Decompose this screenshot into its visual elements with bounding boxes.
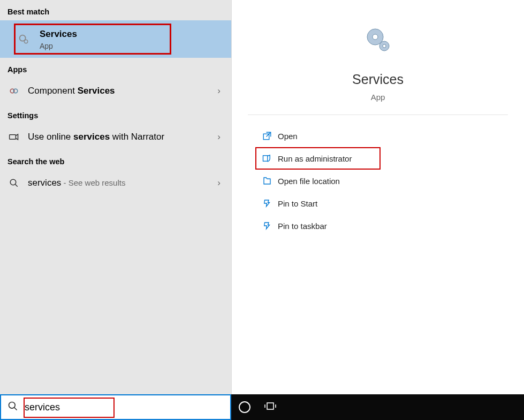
app-title: Services [232, 72, 524, 87]
svg-line-14 [14, 408, 17, 410]
web-item-services[interactable]: services - See web results › [0, 170, 231, 196]
search-input[interactable] [25, 402, 230, 413]
search-results-panel: Best match Services App Apps Component S… [0, 0, 231, 394]
apps-header: Apps [0, 58, 231, 78]
details-panel: Services App Open Run as administrator [231, 0, 524, 394]
search-icon [1, 401, 25, 414]
action-pin-start-label: Pin to Start [278, 199, 317, 208]
pin-icon [256, 198, 278, 208]
component-services-icon [7, 86, 20, 96]
action-run-admin[interactable]: Run as administrator [255, 147, 381, 170]
settings-item-narrator[interactable]: Use online services with Narrator › [0, 124, 231, 150]
web-item-label: services - See web results [28, 178, 217, 188]
task-view-icon[interactable] [264, 401, 276, 413]
web-header: Search the web [0, 150, 231, 170]
highlight-box [14, 24, 171, 55]
app-sub: App [232, 93, 524, 102]
narrator-icon [7, 132, 20, 142]
taskbar [0, 394, 524, 420]
search-icon [7, 178, 20, 188]
action-open-label: Open [278, 132, 298, 141]
chevron-right-icon: › [217, 132, 221, 142]
action-open-location-label: Open file location [278, 177, 340, 186]
taskbar-right [231, 394, 524, 420]
search-box[interactable] [0, 394, 231, 420]
apps-item-component-services[interactable]: Component Services › [0, 78, 231, 104]
action-open-location[interactable]: Open file location [256, 170, 524, 192]
svg-line-6 [15, 184, 18, 187]
pin-icon [256, 221, 278, 231]
chevron-right-icon: › [217, 86, 221, 96]
best-match-sub: App [40, 42, 77, 50]
best-match-services[interactable]: Services App [0, 20, 231, 58]
action-pin-taskbar-label: Pin to taskbar [278, 222, 327, 231]
svg-point-10 [383, 44, 386, 48]
gears-large-icon [362, 25, 394, 57]
folder-icon [256, 176, 278, 186]
open-icon [256, 131, 278, 141]
svg-point-13 [9, 402, 16, 409]
svg-point-8 [373, 34, 378, 40]
action-open[interactable]: Open [256, 125, 524, 147]
action-pin-start[interactable]: Pin to Start [256, 192, 524, 215]
apps-item-label: Component Services [28, 86, 217, 96]
svg-rect-15 [267, 403, 274, 409]
shield-icon [256, 154, 278, 163]
settings-header: Settings [0, 104, 231, 124]
svg-point-1 [24, 40, 27, 43]
gears-icon [17, 33, 30, 45]
action-run-admin-label: Run as administrator [278, 154, 352, 163]
best-match-title: Services [40, 28, 77, 41]
cortana-icon[interactable] [239, 401, 250, 413]
svg-point-5 [10, 179, 16, 185]
chevron-right-icon: › [217, 178, 221, 188]
best-match-header: Best match [0, 0, 231, 20]
svg-rect-4 [10, 135, 16, 139]
settings-item-label: Use online services with Narrator [28, 132, 217, 142]
svg-rect-12 [263, 156, 268, 162]
action-pin-taskbar[interactable]: Pin to taskbar [256, 215, 524, 237]
